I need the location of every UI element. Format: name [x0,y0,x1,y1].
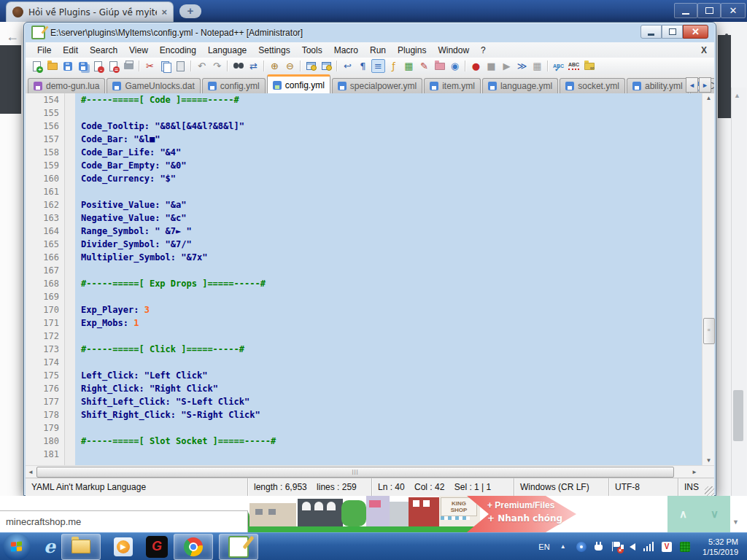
resize-grip[interactable] [705,486,714,496]
indent-guides-icon[interactable]: ≡ [371,59,385,73]
folder-as-workspace-icon[interactable] [582,59,596,73]
browser-scroll-thumb[interactable] [733,390,743,441]
menu-view[interactable]: View [123,45,154,55]
macro-run-multiple-icon[interactable]: ≫ [515,59,529,73]
browser-scroll-down-icon[interactable]: ▼ [732,518,739,526]
find-icon[interactable] [231,59,245,73]
taskbar-garena-button[interactable]: G [146,536,168,558]
tab-GameUnlocks.dat[interactable]: GameUnlocks.dat [107,78,200,93]
antivirus-icon[interactable]: V [662,542,672,552]
taskbar-chrome-button[interactable] [174,534,213,560]
menu-search[interactable]: Search [84,45,123,55]
spell-check-document-icon[interactable]: ABC [567,59,581,73]
preview-icon[interactable]: ◉ [448,59,462,73]
show-all-characters-icon[interactable]: ¶ [356,59,370,73]
taskbar-explorer-button[interactable] [61,534,101,560]
taskbar-clock[interactable]: 5:32 PM 1/15/2019 [703,537,738,557]
action-center-icon[interactable]: × [611,542,622,552]
horizontal-scroll-thumb[interactable]: ||| [36,467,674,478]
new-file-icon[interactable]: + [30,59,44,73]
browser-back-icon[interactable]: ← [6,29,19,44]
tab-specialpower.yml[interactable]: specialpower.yml [332,78,422,93]
scroll-down-icon[interactable]: ▼ [703,457,715,464]
open-file-icon[interactable] [45,59,59,73]
collapse-down-icon[interactable]: ∨ [711,508,719,521]
copy-icon[interactable] [158,59,172,73]
menu-edit[interactable]: Edit [57,45,84,55]
menu-window[interactable]: Window [432,45,475,55]
close-all-icon[interactable]: = [107,59,120,73]
save-icon[interactable] [61,59,74,73]
document-switcher-icon[interactable]: ✎ [417,59,431,73]
taskbar-notepadpp-button[interactable] [219,534,258,560]
tab-demo-gun.lua[interactable]: demo-gun.lua [28,78,105,93]
window-restore-button[interactable] [662,25,683,39]
cut-icon[interactable]: ✂ [143,59,157,73]
undo-icon[interactable]: ↶ [195,59,209,73]
spell-check-icon[interactable]: ABC [551,59,565,73]
volume-icon[interactable] [630,543,635,551]
new-tab-button[interactable]: + [179,4,201,18]
save-all-icon[interactable] [76,59,90,73]
show-hidden-icons-icon[interactable]: ▲ [560,543,566,550]
project-panel-icon[interactable] [433,59,446,73]
document-map-icon[interactable]: ▦ [402,59,416,73]
replace-icon[interactable]: ⇄ [247,59,260,73]
browser-scroll-up-icon[interactable]: ▲ [734,92,740,99]
menu-run[interactable]: Run [364,45,392,55]
power-icon[interactable] [595,542,603,551]
menu-tools[interactable]: Tools [296,45,328,55]
taskbar-ie-button[interactable]: e [44,536,55,557]
browser-maximize-button[interactable] [697,3,721,18]
print-icon[interactable] [122,59,136,73]
sync-vertical-scroll-icon[interactable] [304,59,318,73]
zoom-out-icon[interactable]: ⊖ [283,59,297,73]
taskbar-media-player-button[interactable]: ▶ [114,537,133,556]
sync-horizontal-scroll-icon[interactable] [320,59,333,73]
tab-config.yml[interactable]: config.yml [267,74,330,93]
editor-horizontal-scrollbar[interactable]: ◄ ||| ► [26,465,714,478]
menu-encoding[interactable]: Encoding [154,45,202,55]
scroll-right-icon[interactable]: ► [691,469,698,475]
menu-plugins[interactable]: Plugins [392,45,432,55]
tab-item.yml[interactable]: item.yml [424,78,481,93]
menu-settings[interactable]: Settings [252,45,295,55]
menu-file[interactable]: File [31,45,57,55]
browser-close-button[interactable]: ✕ [721,3,746,18]
input-method-icon[interactable] [680,542,690,552]
tab-config.yml[interactable]: config.yml [202,78,266,93]
language-indicator[interactable]: EN [538,542,549,551]
editor-text-area[interactable]: 154#-----=====[ Code ]=====-----#155156C… [26,93,700,465]
tab-scroll-left-icon[interactable]: ◄ [686,77,698,93]
menu-macro[interactable]: Macro [328,45,364,55]
menu-language[interactable]: Language [202,45,252,55]
menu-help[interactable]: ? [475,45,492,55]
vertical-scroll-thumb[interactable]: ≡ [703,318,715,344]
macro-play-icon[interactable]: ▶ [500,59,514,73]
scroll-left-icon[interactable]: ◄ [27,469,34,475]
browser-tab-close-icon[interactable]: × [161,7,167,18]
function-list-icon[interactable]: ƒ [387,59,400,73]
menu-close-button[interactable]: X [701,45,707,55]
scroll-up-icon[interactable]: ▲ [703,95,715,101]
window-minimize-button[interactable] [640,25,662,39]
macro-stop-icon[interactable]: ■ [484,59,498,73]
browser-minimize-button[interactable] [674,3,697,18]
window-close-button[interactable]: ✕ [683,25,708,39]
redo-icon[interactable]: ↷ [210,59,224,73]
tab-ability.yml[interactable]: ability.yml [627,78,689,93]
paste-icon[interactable] [174,59,187,73]
tab-scroll-right-icon[interactable]: ► [699,77,711,93]
close-file-icon[interactable]: - [91,59,105,73]
editor-vertical-scrollbar[interactable]: ▲ ≡ ▼ [702,93,714,465]
tab-socket.yml[interactable]: socket.yml [560,78,625,93]
word-wrap-icon[interactable]: ↩ [341,59,355,73]
zoom-in-icon[interactable]: ⊕ [268,59,282,73]
garena-tray-icon[interactable] [576,542,587,552]
window-titlebar[interactable]: E:\server\plugins\MyItems\config.yml - N… [24,23,716,42]
collapse-up-icon[interactable]: ∧ [679,508,687,521]
macro-record-icon[interactable]: ● [469,59,483,73]
start-button[interactable] [3,533,31,560]
macro-save-icon[interactable]: ▦ [530,59,544,73]
browser-tab[interactable]: Hỏi về Plugins - Giúp về myitems × [6,1,174,22]
